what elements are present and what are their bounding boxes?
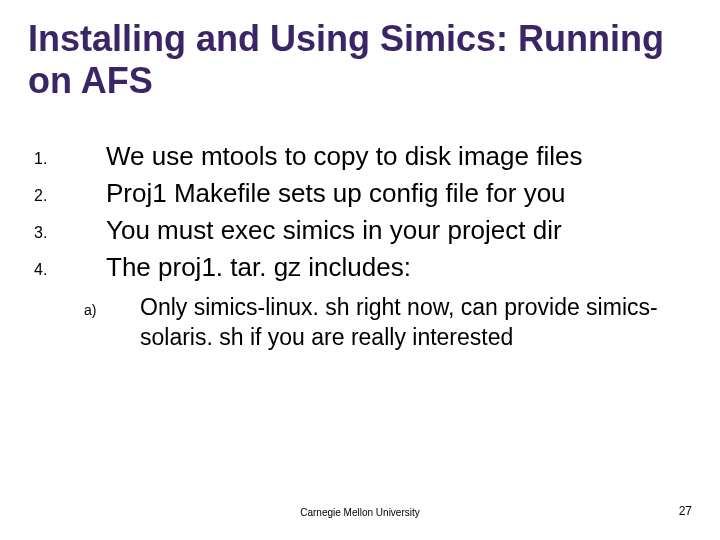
list-item: 4. The proj1. tar. gz includes: [28, 250, 692, 285]
sublist-text: Only simics-linux. sh right now, can pro… [140, 293, 692, 353]
main-list: 1. We use mtools to copy to disk image f… [28, 139, 692, 353]
list-item: 1. We use mtools to copy to disk image f… [28, 139, 692, 174]
list-text: The proj1. tar. gz includes: [106, 250, 692, 285]
slide: Installing and Using Simics: Running on … [0, 0, 720, 540]
list-number: 4. [28, 250, 106, 285]
footer-center: Carnegie Mellon University [0, 507, 720, 518]
slide-number: 27 [679, 504, 692, 518]
list-text: We use mtools to copy to disk image file… [106, 139, 692, 174]
sublist-item: a) Only simics-linux. sh right now, can … [28, 293, 692, 353]
list-number: 3. [28, 213, 106, 248]
list-number: 1. [28, 139, 106, 174]
list-text: Proj1 Makefile sets up config file for y… [106, 176, 692, 211]
slide-title: Installing and Using Simics: Running on … [28, 18, 692, 103]
sublist-number: a) [28, 293, 140, 353]
list-number: 2. [28, 176, 106, 211]
list-text: You must exec simics in your project dir [106, 213, 692, 248]
list-item: 3. You must exec simics in your project … [28, 213, 692, 248]
list-item: 2. Proj1 Makefile sets up config file fo… [28, 176, 692, 211]
